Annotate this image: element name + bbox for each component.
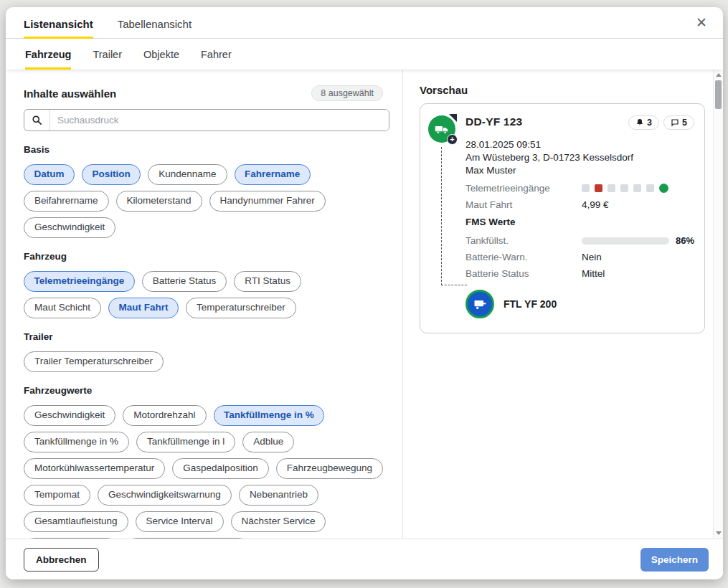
maut-value: 4,99 €	[582, 199, 609, 210]
telemetry-gray-square-icon	[646, 184, 654, 192]
telemetry-label: Telemetrieeingänge	[465, 183, 582, 194]
content-chip[interactable]: Tempomat	[24, 485, 90, 506]
chip-group: TrailerTrailer Temperaturschreiber	[18, 331, 383, 372]
tab-tabellenansicht[interactable]: Tabellenansicht	[118, 18, 192, 39]
chip-group: BasisDatumPositionKundennameFahrernameBe…	[18, 144, 383, 238]
content-chip[interactable]: Nebenantrieb	[239, 485, 318, 506]
plus-badge-icon: +	[447, 134, 458, 145]
content-chip[interactable]: Geschwindigkeit	[24, 405, 115, 426]
content-chip[interactable]: Tankfüllmenge in %	[24, 432, 129, 452]
scrollbar-thumb[interactable]	[715, 80, 722, 109]
content-chip[interactable]: Position	[82, 164, 141, 185]
entity-tab-bar: Fahrzeug Trailer Objekte Fahrer	[6, 39, 723, 70]
battery-warn-label: Batterie-Warn.	[465, 252, 582, 262]
vehicle-preview-card: + DD-YF 123 3 5	[420, 103, 705, 333]
telemetry-red-square-icon	[595, 184, 602, 192]
content-chip[interactable]: Kundenname	[148, 164, 227, 185]
comment-icon	[671, 118, 679, 127]
vehicle-name: DD-YF 123	[465, 115, 522, 128]
battery-status-value: Mittel	[582, 268, 605, 279]
trailer-icon	[465, 290, 494, 318]
content-chip[interactable]: Gesamtlaufleistung	[24, 511, 128, 532]
search-box	[24, 109, 389, 131]
corner-marker-icon	[449, 114, 457, 122]
content-selection-pane: Inhalte auswählen 8 ausgewählt BasisDatu…	[6, 70, 403, 539]
content-chip[interactable]: Fahrername	[235, 164, 311, 185]
content-chip[interactable]: RTI Status	[234, 271, 301, 292]
scroll-down-icon[interactable]	[716, 531, 722, 535]
trailer-name: FTL YF 200	[504, 298, 557, 310]
trailer-row: FTL YF 200	[465, 290, 694, 318]
content-chip[interactable]: Maut Fahrt	[108, 298, 179, 318]
tab-fahrer[interactable]: Fahrer	[201, 49, 232, 70]
close-icon[interactable]: ✕	[696, 16, 707, 29]
content-chip[interactable]: Temperaturschreiber	[186, 298, 296, 318]
content-chip[interactable]: Fahrzeugbewegung	[276, 458, 383, 479]
content-chip[interactable]: Telemetrieeingänge	[24, 271, 135, 292]
chip-group: FahrzeugTelemetrieeingängeBatterie Statu…	[18, 251, 383, 318]
scroll-up-icon[interactable]	[716, 73, 722, 77]
scrollbar[interactable]	[713, 70, 723, 539]
content-chip[interactable]: Nächster Service	[231, 511, 326, 532]
content-chip[interactable]: Kilometerstand	[116, 191, 202, 212]
content-chip[interactable]: Geschwindigkeit	[24, 217, 115, 238]
pane-title: Inhalte auswählen	[24, 87, 116, 100]
preview-pane: Vorschau + DD-YF 123 3	[403, 70, 713, 539]
telemetry-gray-square-icon	[633, 184, 641, 192]
vehicle-address: Am Wüsteberg 3, D-01723 Kesselsdorf	[465, 151, 694, 164]
content-chip[interactable]: Geschwindigkeitswarnung	[98, 485, 232, 506]
chip-group: FahrzeugwerteGeschwindigkeitMotordrehzah…	[18, 385, 383, 539]
fms-section-label: FMS Werte	[465, 217, 694, 227]
telemetry-gray-square-icon	[620, 184, 628, 192]
vehicle-driver: Max Muster	[465, 164, 694, 177]
save-button[interactable]: Speichern	[640, 548, 709, 572]
tab-objekte[interactable]: Objekte	[143, 49, 179, 70]
dialog-footer: Abbrechen Speichern	[6, 539, 723, 579]
preview-title: Vorschau	[420, 84, 713, 96]
maut-label: Maut Fahrt	[465, 199, 582, 210]
vehicle-datetime: 28.01.2025 09:51	[465, 138, 694, 151]
content-chip[interactable]: Tankfüllmenge in %	[214, 405, 325, 426]
column-settings-dialog: Listenansicht Tabellenansicht ✕ Fahrzeug…	[6, 7, 723, 579]
selected-count-badge: 8 ausgewählt	[311, 85, 383, 101]
telemetry-green-circle-icon	[659, 184, 668, 193]
tank-label: Tankfüllst.	[465, 235, 582, 246]
content-chip[interactable]: Gaspedalposition	[172, 458, 268, 479]
group-label: Trailer	[24, 331, 383, 342]
search-input[interactable]	[50, 110, 389, 131]
group-label: Basis	[24, 144, 383, 155]
bell-icon	[635, 118, 644, 127]
content-chip[interactable]: Trailer Temperaturschreiber	[24, 351, 164, 372]
content-chip[interactable]: Motorkühlwassertemperatur	[24, 458, 165, 479]
tab-trailer[interactable]: Trailer	[93, 49, 122, 70]
group-label: Fahrzeugwerte	[24, 385, 383, 396]
alerts-badge: 3	[628, 115, 659, 130]
battery-status-label: Batterie Status	[465, 268, 582, 279]
vehicle-icon: +	[428, 115, 455, 143]
group-label: Fahrzeug	[24, 251, 383, 262]
content-chip[interactable]: Batterie Status	[142, 271, 227, 292]
content-chip[interactable]: Handynummer Fahrer	[209, 191, 326, 212]
content-chip[interactable]: Adblue	[242, 432, 294, 452]
content-chip[interactable]: Beifahrername	[24, 191, 109, 212]
content-chip[interactable]: Maut Schicht	[24, 298, 101, 318]
content-chip[interactable]: Service Interval	[136, 511, 224, 532]
messages-badge: 5	[663, 115, 694, 130]
content-chip[interactable]: Motordrehzahl	[123, 405, 206, 426]
cancel-button[interactable]: Abbrechen	[24, 548, 99, 572]
telemetry-gray-square-icon	[582, 184, 590, 192]
tank-percent-text: 86%	[676, 235, 694, 246]
trailer-connector-line	[441, 147, 467, 285]
view-tab-bar: Listenansicht Tabellenansicht ✕	[6, 7, 723, 39]
tab-listenansicht[interactable]: Listenansicht	[24, 18, 93, 39]
content-chip[interactable]: Datum	[24, 164, 75, 185]
battery-warn-value: Nein	[582, 252, 602, 262]
tab-fahrzeug[interactable]: Fahrzeug	[25, 49, 71, 70]
telemetry-indicators	[582, 184, 668, 193]
telemetry-gray-square-icon	[608, 184, 615, 192]
tank-progress-bar	[582, 237, 669, 245]
chip-groups: BasisDatumPositionKundennameFahrernameBe…	[18, 144, 383, 539]
content-chip[interactable]: Tankfüllmenge in l	[136, 432, 235, 452]
search-icon	[24, 110, 50, 131]
